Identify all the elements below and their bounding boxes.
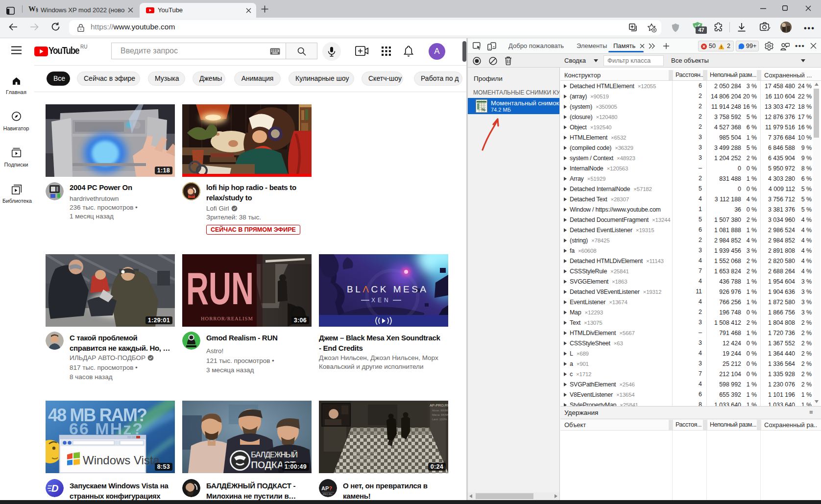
svg-text:БАЛДЕЖНЫЙ: БАЛДЕЖНЫЙ: [251, 450, 298, 459]
svg-text:RUN: RUN: [186, 264, 254, 313]
svg-text:Lant: 100%: Lant: 100%: [432, 418, 447, 421]
svg-text:Mana: 88/88: Mana: 88/88: [432, 413, 448, 416]
svg-text:HORROR/REALISM: HORROR/REALISM: [201, 316, 253, 321]
svg-text:Windows Vista: Windows Vista: [83, 454, 160, 467]
svg-text:AP?: AP?: [321, 485, 332, 491]
svg-text:Hime: 88/88: Hime: 88/88: [432, 409, 448, 412]
svg-text:BLΛCK MESA: BLΛCK MESA: [347, 284, 428, 294]
svg-text:AP-PRO.RU: AP-PRO.RU: [430, 403, 448, 408]
svg-text:PRO.RU: PRO.RU: [323, 493, 333, 496]
svg-text:[SCP] guard: ...: [SCP] guard: ...: [354, 456, 376, 459]
svg-text:%: %: [482, 107, 485, 112]
svg-text:D: D: [51, 483, 58, 494]
svg-text:system: loaded: system: loaded: [354, 460, 376, 464]
svg-text:player1: xaxaxa: player1: xaxaxa: [354, 451, 377, 455]
svg-text:XEN: XEN: [371, 297, 391, 304]
